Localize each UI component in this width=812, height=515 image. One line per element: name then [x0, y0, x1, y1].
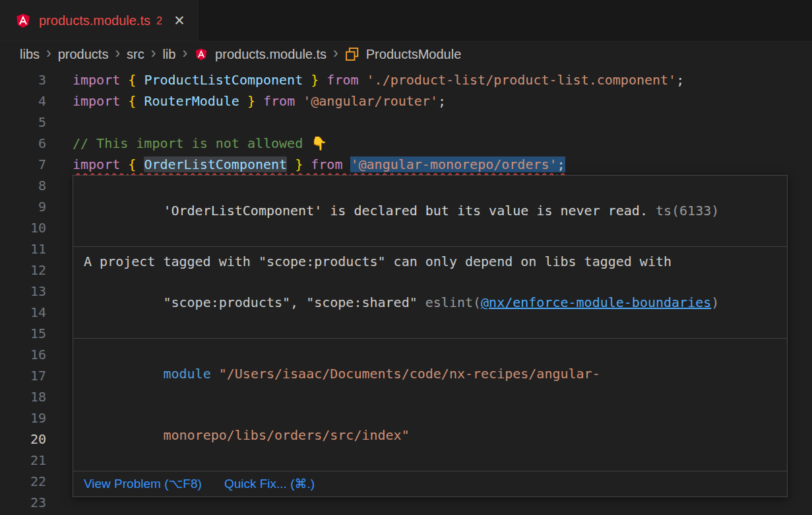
code-editor[interactable]: 3import { ProductListComponent } from '.… — [0, 67, 812, 515]
line-number-17[interactable]: 17 — [0, 365, 46, 386]
ts-diagnostic-message: 'OrderListComponent' is declared but its… — [73, 176, 787, 247]
vscode-window: products.module.ts 2 × libs › products ›… — [0, 0, 812, 515]
class-symbol-icon — [345, 47, 359, 61]
line-number-20[interactable]: 20 — [0, 429, 46, 450]
eslint-diagnostic-text-line1: A project tagged with "scope:products" c… — [84, 252, 776, 272]
angular-icon — [15, 12, 32, 29]
code-line-3[interactable]: 3import { ProductListComponent } from '.… — [0, 69, 812, 90]
module-keyword: module — [163, 366, 210, 382]
module-path-info: module "/Users/isaac/Documents/code/nx-r… — [73, 339, 787, 471]
error-squiggle: import { OrderListComponent } from '@ang… — [73, 156, 565, 172]
empty-tab-strip — [200, 0, 812, 41]
chevron-right-icon: › — [333, 44, 338, 62]
ts-diagnostic-text: 'OrderListComponent' is declared but its… — [163, 203, 648, 219]
line-number-10[interactable]: 10 — [0, 217, 46, 238]
eslint-diagnostic-text: "scope:products", "scope:shared" — [163, 294, 425, 310]
line-number-18[interactable]: 18 — [0, 386, 46, 407]
breadcrumb-item-libs[interactable]: libs — [20, 47, 40, 62]
line-number-23[interactable]: 23 — [0, 492, 46, 513]
line-number-19[interactable]: 19 — [0, 407, 46, 429]
chevron-right-icon: › — [46, 44, 51, 62]
code-line-6[interactable]: 6// This import is not allowed 👇 — [0, 133, 812, 154]
tab-products-module[interactable]: products.module.ts 2 × — [0, 0, 200, 41]
breadcrumb: libs › products › src › lib › products.m… — [0, 42, 812, 67]
code-line-7[interactable]: 7import { OrderListComponent } from '@an… — [0, 154, 812, 175]
line-number-13[interactable]: 13 — [0, 281, 46, 302]
view-problem-action[interactable]: View Problem (⌥F8) — [84, 475, 202, 493]
eslint-diagnostic-text-line2: "scope:products", "scope:shared" eslint(… — [84, 272, 776, 333]
hover-action-bar: View Problem (⌥F8) Quick Fix... (⌘.) — [73, 471, 787, 497]
breadcrumb-item-lib[interactable]: lib — [162, 47, 175, 62]
line-number-8[interactable]: 8 — [0, 175, 46, 196]
line-number-22[interactable]: 22 — [0, 471, 46, 492]
breadcrumb-item-products[interactable]: products — [58, 47, 109, 62]
code-text: import { OrderListComponent } from '@ang… — [73, 156, 565, 172]
line-number-14[interactable]: 14 — [0, 302, 46, 323]
eslint-source-close: ) — [711, 294, 719, 310]
module-path-line2: monorepo/libs/orders/src/index" — [163, 427, 409, 443]
diagnostics-hover-popup: 'OrderListComponent' is declared but its… — [73, 175, 788, 497]
line-number-4[interactable]: 4 — [0, 90, 46, 112]
tab-close-icon[interactable]: × — [174, 12, 185, 30]
line-number-12[interactable]: 12 — [0, 259, 46, 281]
line-number-6[interactable]: 6 — [0, 133, 46, 154]
code-line-5[interactable]: 5 — [0, 112, 812, 133]
line-number-16[interactable]: 16 — [0, 344, 46, 365]
code-text: // This import is not allowed 👇 — [73, 135, 327, 151]
module-path-line1: "/Users/isaac/Documents/code/nx-recipes/… — [211, 366, 600, 382]
line-number-15[interactable]: 15 — [0, 323, 46, 344]
chevron-right-icon: › — [182, 44, 187, 62]
line-number-5[interactable]: 5 — [0, 112, 46, 133]
quick-fix-action[interactable]: Quick Fix... (⌘.) — [224, 475, 315, 493]
line-number-9[interactable]: 9 — [0, 196, 46, 217]
line-number-3[interactable]: 3 — [0, 69, 46, 90]
chevron-right-icon: › — [151, 44, 156, 62]
ts-diagnostic-code: ts(6133) — [656, 203, 719, 219]
editor-tab-bar: products.module.ts 2 × — [0, 0, 812, 42]
code-line-4[interactable]: 4import { RouterModule } from '@angular/… — [0, 90, 812, 112]
angular-icon — [194, 47, 208, 61]
line-number-21[interactable]: 21 — [0, 450, 46, 471]
problem-count-badge: 2 — [156, 15, 162, 27]
breadcrumb-item-symbol[interactable]: ProductsModule — [366, 47, 462, 62]
line-number-7[interactable]: 7 — [0, 154, 46, 175]
breadcrumb-item-src[interactable]: src — [127, 47, 144, 62]
eslint-source-open: eslint( — [425, 294, 481, 310]
chevron-right-icon: › — [115, 44, 120, 62]
code-text: import { RouterModule } from '@angular/r… — [73, 93, 446, 109]
tab-title: products.module.ts — [39, 13, 150, 28]
eslint-rule-link[interactable]: @nx/enforce-module-boundaries — [481, 294, 711, 310]
eslint-diagnostic-message: A project tagged with "scope:products" c… — [73, 247, 787, 339]
breadcrumb-item-file[interactable]: products.module.ts — [215, 47, 327, 62]
code-text: import { ProductListComponent } from './… — [73, 72, 684, 88]
line-number-11[interactable]: 11 — [0, 238, 46, 259]
